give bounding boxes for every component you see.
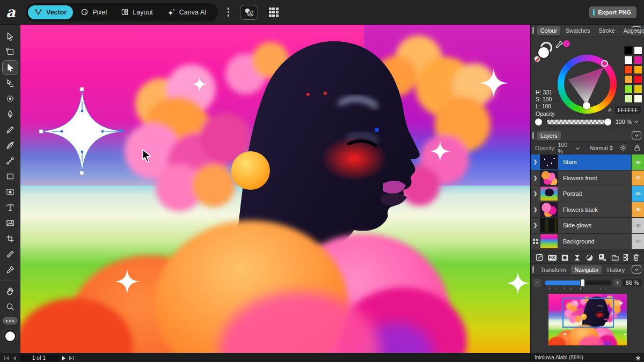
persona-layout[interactable]: Layout	[114, 5, 159, 19]
layer-row-flowers-back[interactable]: ❯ Flowers back	[531, 202, 644, 218]
layer-row-stars[interactable]: ❯ Stars	[531, 154, 644, 171]
opacity-value[interactable]: 100 %	[616, 119, 632, 125]
tab-colour[interactable]: Colour	[537, 26, 560, 35]
zoom-slider-handle[interactable]	[580, 279, 585, 287]
rectangle-tool[interactable]	[2, 169, 18, 184]
chevron-down-icon[interactable]	[634, 119, 638, 123]
shade-handle[interactable]	[583, 102, 590, 109]
layer-visibility-toggle[interactable]	[631, 171, 644, 186]
fill-stroke-selector[interactable]	[535, 42, 555, 63]
next-page-button[interactable]	[62, 356, 65, 360]
measure-tool[interactable]	[2, 247, 18, 262]
layer-opacity-value[interactable]: 100 %	[558, 142, 573, 154]
navigator-viewport-rect[interactable]	[562, 298, 614, 328]
view-tool[interactable]	[2, 284, 18, 299]
layer-visibility-toggle[interactable]	[631, 218, 644, 233]
panel-options-button[interactable]	[632, 131, 641, 139]
more-tools-button[interactable]	[3, 317, 18, 324]
export-png-button[interactable]: Export PNG	[589, 6, 636, 18]
swatch[interactable]	[634, 56, 642, 64]
panel-options-button[interactable]	[632, 265, 641, 274]
layer-visibility-toggle[interactable]	[631, 154, 644, 170]
swatch[interactable]	[634, 85, 642, 93]
tab-history[interactable]: History	[604, 265, 628, 274]
layer-effects-button[interactable]: FX	[548, 255, 557, 261]
hue-handle[interactable]	[601, 60, 608, 67]
swatch[interactable]	[624, 94, 633, 103]
opacity-slider[interactable]	[546, 119, 609, 125]
opacity-full-swatch[interactable]	[535, 118, 543, 126]
last-page-button[interactable]	[69, 356, 74, 360]
document-canvas[interactable]	[20, 25, 530, 353]
delete-layer-button[interactable]	[632, 253, 640, 262]
layer-row-portrait[interactable]: ❯ Portrait	[531, 186, 644, 202]
tab-layers[interactable]: Layers	[537, 131, 561, 140]
hex-input[interactable]: FFFFFF	[615, 106, 641, 114]
tab-swatches[interactable]: Swatches	[562, 26, 594, 35]
node-tool[interactable]	[2, 60, 18, 75]
swatch[interactable]	[624, 56, 633, 64]
colour-well[interactable]	[3, 329, 18, 344]
panel-options-button[interactable]	[632, 26, 641, 34]
corner-tool[interactable]	[2, 91, 18, 106]
zoom-slider[interactable]	[545, 280, 611, 285]
swatch[interactable]	[634, 75, 642, 84]
tab-stroke[interactable]: Stroke	[595, 26, 618, 35]
move-tool[interactable]	[2, 29, 18, 44]
swatch[interactable]	[624, 46, 633, 55]
shape-builder-tool[interactable]	[2, 184, 18, 200]
expand-chevron-icon[interactable]: ❯	[531, 191, 540, 196]
text-tool[interactable]	[2, 200, 18, 215]
language-style-button[interactable]: A	[240, 5, 258, 20]
insert-image-button[interactable]	[598, 253, 606, 262]
swatch[interactable]	[624, 65, 633, 74]
layer-visibility-toggle[interactable]	[631, 234, 644, 249]
tab-navigator[interactable]: Navigator	[571, 265, 602, 274]
mask-layer-button[interactable]	[561, 254, 569, 262]
navigator-preview[interactable]	[548, 294, 627, 345]
persona-canva-ai[interactable]: Canva AI	[160, 5, 213, 19]
fill-gradient-tool[interactable]	[2, 153, 18, 168]
tab-transform[interactable]: Transform	[537, 265, 569, 274]
panel-drag-handle[interactable]	[532, 266, 534, 273]
group-layers-button[interactable]	[611, 253, 619, 262]
vector-crop-tool[interactable]	[2, 231, 18, 246]
first-page-button[interactable]	[4, 356, 9, 360]
expand-chevron-icon[interactable]: ❯	[531, 175, 540, 181]
pen-tool[interactable]	[2, 107, 18, 122]
expand-chevron-icon[interactable]: ❯	[531, 159, 540, 165]
expand-chevron-icon[interactable]: ❯	[531, 207, 540, 212]
gear-icon[interactable]	[619, 144, 627, 152]
pencil-tool[interactable]	[2, 122, 18, 137]
live-filter-button[interactable]	[586, 254, 594, 262]
layer-visibility-toggle[interactable]	[631, 202, 644, 218]
zoom-tool[interactable]	[2, 299, 18, 314]
layer-row-flowers-front[interactable]: ❯ Flowers front	[531, 171, 644, 187]
swatch[interactable]	[634, 46, 642, 55]
edit-layer-button[interactable]	[535, 253, 544, 262]
vector-brush-tool[interactable]	[2, 138, 18, 153]
lock-icon[interactable]	[634, 144, 640, 152]
more-options-icon[interactable]	[224, 8, 233, 17]
zoom-percentage[interactable]: 86 %	[623, 279, 642, 286]
artboard-tool[interactable]	[2, 45, 18, 60]
contour-tool[interactable]	[2, 76, 18, 91]
layer-row-background[interactable]: Background	[531, 234, 644, 250]
opacity-slider-handle[interactable]	[604, 118, 612, 126]
zoom-out-button[interactable]: −	[533, 279, 541, 287]
expand-chevron-icon[interactable]: ❯	[531, 223, 540, 228]
adjustment-button[interactable]	[573, 254, 581, 262]
apps-grid-button[interactable]	[265, 5, 283, 20]
persona-pixel[interactable]: Pixel	[74, 5, 113, 19]
colour-picker-tool[interactable]	[2, 262, 18, 277]
layer-row-side-glows[interactable]: ❯ Side glows	[531, 218, 644, 234]
previous-page-button[interactable]	[13, 356, 16, 360]
panel-drag-handle[interactable]	[532, 132, 534, 139]
panel-drag-handle[interactable]	[532, 27, 534, 34]
chevron-down-icon[interactable]	[576, 146, 580, 150]
layer-visibility-toggle[interactable]	[631, 186, 644, 202]
blend-mode-select[interactable]: Normal	[590, 145, 608, 151]
swatch[interactable]	[634, 65, 642, 74]
swatch[interactable]	[624, 75, 633, 84]
zoom-in-button[interactable]: +	[613, 279, 621, 287]
